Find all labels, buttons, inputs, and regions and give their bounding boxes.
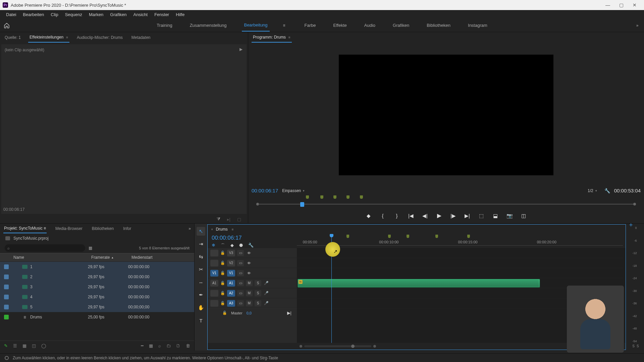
- automate-to-sequence-icon[interactable]: ▦: [149, 343, 153, 348]
- track-lock-icon[interactable]: 🔓: [220, 281, 225, 285]
- mark-out-button[interactable]: }: [393, 213, 400, 219]
- scrub-end-handle[interactable]: [633, 203, 636, 205]
- window-maximize-button[interactable]: ▢: [614, 0, 628, 10]
- menu-grafiken[interactable]: Grafiken: [107, 11, 130, 18]
- target-patch[interactable]: V2: [227, 260, 235, 266]
- timeline-marker[interactable]: [388, 235, 391, 238]
- track-lock-icon[interactable]: 🔓: [220, 261, 225, 265]
- track-lock-icon[interactable]: 🔓: [222, 311, 227, 315]
- project-column-headers[interactable]: Name Framerate▴ Medienstart: [0, 253, 194, 262]
- program-marker[interactable]: [360, 195, 363, 199]
- list-view-icon[interactable]: ☰: [13, 343, 17, 348]
- zoom-slider-icon[interactable]: ━: [141, 343, 144, 348]
- track-lock-icon[interactable]: 🔓: [220, 291, 225, 295]
- menu-hilfe[interactable]: Hilfe: [172, 11, 188, 18]
- mute-button[interactable]: M: [246, 280, 253, 286]
- project-row[interactable]: ≣Drums25,00 fps00:00:00:00: [0, 312, 194, 322]
- panel-menu-icon[interactable]: ≡: [66, 36, 68, 39]
- track-visibility-icon[interactable]: 👁: [246, 251, 252, 255]
- workspace-tab-audio[interactable]: Audio: [362, 19, 377, 31]
- zoom-start-handle[interactable]: [300, 345, 302, 348]
- source-patch[interactable]: [210, 260, 218, 266]
- workspace-tab-bearbeitung[interactable]: Bearbeitung: [242, 19, 269, 32]
- program-playhead[interactable]: [300, 202, 304, 207]
- program-marker[interactable]: [320, 195, 323, 199]
- icon-view-icon[interactable]: ▦: [22, 343, 26, 348]
- window-minimize-button[interactable]: —: [601, 0, 614, 10]
- delete-icon[interactable]: 🗑: [186, 343, 190, 348]
- column-medienstart[interactable]: Medienstart: [131, 255, 190, 260]
- panel-menu-icon[interactable]: ≡: [232, 228, 234, 231]
- program-monitor[interactable]: [252, 44, 641, 186]
- track-visibility-icon[interactable]: 👁: [246, 261, 252, 265]
- pen-tool[interactable]: ✒: [197, 291, 205, 299]
- track-lock-icon[interactable]: 🔓: [220, 301, 225, 305]
- sync-lock-icon[interactable]: ▭: [237, 300, 244, 306]
- step-back-button[interactable]: ◀|: [422, 213, 428, 219]
- audio-track-header[interactable]: 🔓A2▭MS🎤: [208, 288, 297, 298]
- video-track-header[interactable]: 🔓V2▭👁: [208, 258, 297, 268]
- program-marker[interactable]: [333, 195, 336, 199]
- target-patch[interactable]: A1: [227, 280, 235, 287]
- workspace-menu-icon[interactable]: ≡: [283, 23, 289, 28]
- workspace-tab-training[interactable]: Training: [155, 19, 174, 31]
- project-row[interactable]: 329,97 fps00:00:00:00: [0, 282, 194, 292]
- source-patch[interactable]: [210, 300, 218, 307]
- timeline-marker[interactable]: [346, 235, 349, 238]
- menu-marken[interactable]: Marken: [86, 11, 107, 18]
- source-patch[interactable]: V1: [210, 270, 218, 277]
- project-row[interactable]: 129,97 fps00:00:00:00: [0, 262, 194, 272]
- sync-lock-icon[interactable]: ▭: [237, 260, 244, 266]
- track-lock-icon[interactable]: 🔓: [220, 251, 225, 255]
- program-marker-strip[interactable]: [254, 195, 638, 200]
- timeline-marker[interactable]: [467, 235, 470, 238]
- menu-fenster[interactable]: Fenster: [151, 11, 172, 18]
- add-marker-button[interactable]: ◆: [365, 213, 372, 219]
- program-scrubber[interactable]: [254, 201, 638, 207]
- timeline-playhead[interactable]: [331, 234, 332, 335]
- overwrite-icon[interactable]: ▢: [237, 217, 241, 222]
- solo-button[interactable]: S: [255, 280, 261, 286]
- selection-tool[interactable]: ↖: [197, 227, 205, 236]
- comparison-view-button[interactable]: ◫: [520, 213, 527, 219]
- master-track-header[interactable]: 🔓Master0,0▶|: [208, 308, 297, 317]
- source-patch[interactable]: [210, 250, 218, 256]
- slip-tool[interactable]: ↔: [197, 278, 205, 287]
- tab-quelle[interactable]: Quelle: 1: [3, 33, 22, 42]
- menu-sequenz[interactable]: Sequenz: [62, 11, 86, 18]
- go-to-in-button[interactable]: |◀: [408, 213, 414, 219]
- tab-projekt[interactable]: Projekt: SyncToMusic ≡: [3, 224, 47, 233]
- tab-info[interactable]: Infor: [122, 224, 132, 233]
- step-forward-button[interactable]: |▶: [450, 213, 457, 219]
- tab-audioclip-mischer[interactable]: Audioclip-Mischer: Drums: [75, 33, 124, 42]
- track-lane[interactable]: [297, 248, 623, 258]
- freeform-view-icon[interactable]: ◫: [32, 343, 36, 348]
- program-zoom-dropdown[interactable]: Einpassen▾: [282, 188, 305, 193]
- razor-tool[interactable]: ✂: [197, 265, 205, 274]
- source-patch[interactable]: A1: [210, 280, 218, 287]
- program-marker[interactable]: [306, 195, 309, 199]
- workspace-tab-farbe[interactable]: Farbe: [303, 19, 318, 31]
- zoom-slider-handle[interactable]: [351, 345, 355, 348]
- target-patch[interactable]: V1: [227, 270, 235, 277]
- mute-button[interactable]: M: [246, 290, 253, 296]
- sync-lock-icon[interactable]: ▭: [237, 280, 244, 286]
- workspace-tab-bibliotheken[interactable]: Bibliotheken: [425, 19, 452, 31]
- tab-programm[interactable]: Programm: Drums≡: [252, 33, 292, 43]
- target-patch[interactable]: A3: [227, 300, 235, 307]
- track-visibility-icon[interactable]: 👁: [246, 271, 252, 275]
- ripple-edit-tool[interactable]: ⇆: [197, 252, 205, 261]
- sync-lock-icon[interactable]: ▭: [237, 290, 244, 296]
- track-lane[interactable]: [297, 258, 623, 268]
- panel-collapse-icon[interactable]: ▶: [239, 47, 243, 52]
- fx-badge-icon[interactable]: fx: [299, 280, 303, 284]
- meter-solo-right[interactable]: S: [637, 344, 639, 348]
- tab-bibliotheken[interactable]: Bibliotheken: [91, 224, 114, 233]
- sync-lock-icon[interactable]: ▭: [237, 250, 244, 256]
- new-item-icon[interactable]: 🗋: [176, 343, 180, 348]
- tab-effekteinstellungen[interactable]: Effekteinstellungen≡: [28, 33, 69, 43]
- source-patch[interactable]: [210, 290, 218, 297]
- workspace-overflow-icon[interactable]: »: [631, 23, 644, 28]
- go-to-out-button[interactable]: ▶|: [464, 213, 471, 219]
- mark-in-button[interactable]: {: [379, 213, 386, 219]
